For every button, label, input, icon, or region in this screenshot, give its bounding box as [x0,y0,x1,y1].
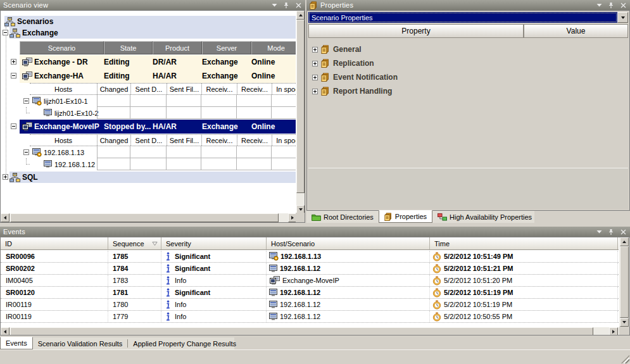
event-time: 5/2/2012 10:51:21 PM [444,265,513,272]
column-header-severity[interactable]: Severity [161,237,267,249]
pin-icon[interactable] [607,1,615,9]
event-row[interactable]: SR00096 1785 Significant 192.168.1.13 5/… [1,251,619,263]
events-panel: Events ID Sequence Severity Host/Scenari… [0,227,630,349]
hosts-table-header: Hosts Changed Sent D... Sent Fil... Rece… [30,134,305,146]
group-expand-toggle[interactable] [312,61,318,66]
column-header-time[interactable]: Time [430,237,618,249]
scenario-group-icon [9,28,20,38]
horizontal-scrollbar[interactable] [1,213,297,222]
scrollbar-corner [619,327,629,336]
column-header-sent-files[interactable]: Sent Fil... [167,84,201,94]
resize-grip-icon[interactable] [621,355,629,363]
event-host: 192.168.1.12 [280,301,320,308]
host-row[interactable]: 192.168.1.13 [30,146,305,158]
tab-properties[interactable]: Properties [379,210,432,223]
event-row[interactable]: IM00405 1783 Info Exchange-MoveIP 5/2/20… [1,275,619,287]
panel-menu-icon[interactable] [595,1,603,9]
scenario-state: Editing [104,72,153,80]
property-group-event-notification[interactable]: Event Notification [312,70,398,84]
tab-scenario-validation-results[interactable]: Scenario Validation Results [33,337,128,349]
close-icon[interactable] [619,1,627,9]
scroll-left-button[interactable] [1,327,9,336]
scroll-up-button[interactable] [296,11,305,20]
property-group-label: Replication [333,59,374,68]
group-expand-toggle[interactable] [312,47,318,53]
tree-node-exchange[interactable]: Exchange [9,27,296,39]
scenario-row[interactable]: Exchange - DR Editing DR/AR Exchange Onl… [20,55,301,69]
tree-node-scenarios[interactable]: Scenarios [4,16,296,27]
properties-selector[interactable]: Scenario Properties [308,12,628,23]
column-header-received-1[interactable]: Receiv... [201,135,237,146]
exchange-collapse-toggle[interactable] [3,30,8,35]
group-expand-toggle[interactable] [312,75,318,80]
column-header-mode[interactable]: Mode [251,41,301,54]
event-row[interactable]: SR00120 1781 Significant 192.168.1.12 5/… [1,287,619,299]
event-row[interactable]: IR00119 1779 Info 192.168.1.12 5/2/2012 … [1,311,619,323]
column-header-sent-data[interactable]: Sent D... [130,84,167,94]
scroll-left-button[interactable] [1,213,9,222]
panel-menu-icon[interactable] [595,228,603,235]
host-row[interactable]: 192.168.1.12 [30,158,305,170]
property-group-report-handling[interactable]: Report Handling [312,84,392,98]
sql-expand-toggle[interactable] [3,174,8,180]
property-group-replication[interactable]: Replication [312,56,374,70]
property-group-general[interactable]: General [312,42,362,56]
column-header-hosts[interactable]: Hosts [30,84,97,94]
tab-events[interactable]: Events [0,337,33,349]
chevron-down-icon[interactable] [617,12,628,23]
panel-menu-icon[interactable] [270,1,278,9]
scrollbar-thumb[interactable] [10,327,593,336]
group-expand-toggle[interactable] [312,89,318,94]
column-header-product[interactable]: Product [153,41,202,54]
event-row[interactable]: IR00119 1780 Info 192.168.1.12 5/2/2012 … [1,299,619,311]
column-header-sent-data[interactable]: Sent D... [130,135,167,146]
event-row[interactable]: SR00202 1784 Significant 192.168.1.12 5/… [1,263,619,275]
vertical-scrollbar[interactable] [296,11,305,214]
column-header-scenario[interactable]: Scenario [20,41,104,54]
host-expand-toggle[interactable] [23,98,29,104]
scroll-down-button[interactable] [620,318,629,327]
column-header-state[interactable]: State [104,41,153,54]
scroll-right-button[interactable] [609,327,618,336]
column-header-hosts[interactable]: Hosts [30,135,97,146]
tab-root-directories[interactable]: Root Directories [306,211,379,223]
column-header-received-1[interactable]: Receiv... [201,84,237,94]
scenario-expand-toggle[interactable] [11,73,16,78]
scrollbar-thumb[interactable] [620,246,629,318]
host-expand-toggle[interactable] [23,149,29,155]
scroll-up-button[interactable] [620,237,629,246]
host-row[interactable]: lijzh01-Ex10-2 [30,107,305,119]
close-icon[interactable] [294,1,302,9]
scenario-expand-toggle[interactable] [11,59,16,65]
scrollbar-thumb[interactable] [10,213,279,222]
column-header-changed[interactable]: Changed [97,84,130,94]
scenario-row[interactable]: Exchange-HA Editing HA/AR Exchange Onlin… [20,69,301,83]
pin-icon[interactable] [282,1,290,9]
horizontal-scrollbar[interactable] [1,327,619,336]
scrollbar-thumb[interactable] [296,20,305,193]
column-header-property[interactable]: Property [308,24,524,38]
column-header-sent-files[interactable]: Sent Fil... [167,135,201,146]
tab-label: Scenario Validation Results [38,340,123,348]
column-header-id[interactable]: ID [1,237,108,249]
scenario-mode: Online [251,72,301,80]
column-header-server[interactable]: Server [202,41,251,54]
scenario-row-selected[interactable]: Exchange-MoveIP Stopped by... HA/AR Exch… [20,120,301,134]
tab-high-availability-properties[interactable]: High Availability Properties [432,211,537,223]
column-header-received-2[interactable]: Receiv... [237,135,272,146]
close-icon[interactable] [619,228,627,235]
column-header-sequence[interactable]: Sequence [108,237,161,249]
column-header-changed[interactable]: Changed [97,135,130,146]
host-row[interactable]: lijzh01-Ex10-1 [30,95,305,107]
pin-icon[interactable] [607,228,615,235]
scenario-expand-toggle[interactable] [11,123,16,129]
tree-node-sql[interactable]: SQL [9,172,296,183]
events-table: ID Sequence Severity Host/Scenario Time … [0,237,630,336]
column-header-value[interactable]: Value [524,24,628,38]
severity-info-icon [165,264,171,273]
scenario-group-icon [9,173,20,182]
vertical-scrollbar[interactable] [619,237,629,327]
column-header-received-2[interactable]: Receiv... [237,84,272,94]
column-header-host-scenario[interactable]: Host/Scenario [267,237,430,249]
tab-applied-property-change-results[interactable]: Applied Property Change Results [128,337,241,349]
